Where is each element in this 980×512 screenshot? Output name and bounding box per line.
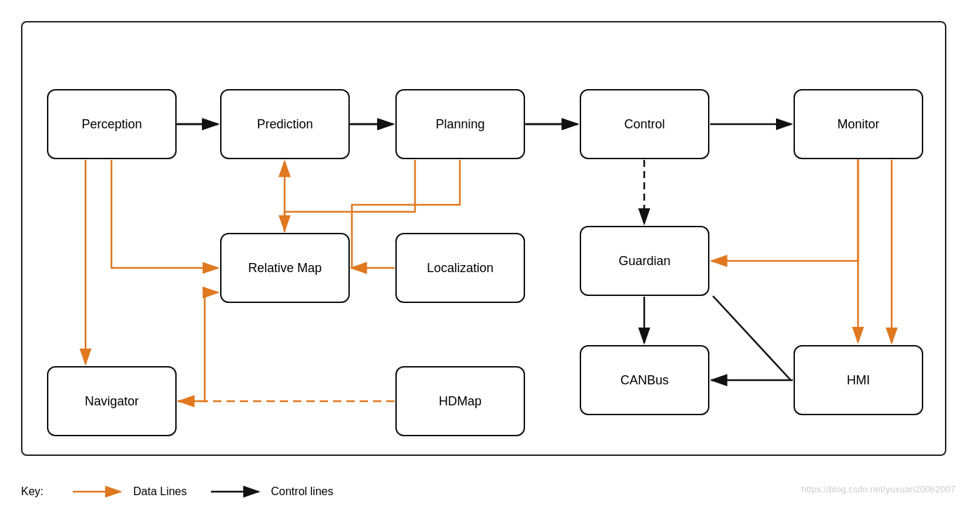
hdmap-node: HDMap: [395, 366, 525, 436]
watermark: https://blog.csdn.net/yuxuan20062007: [801, 484, 955, 494]
hdmap-label: HDMap: [439, 394, 482, 409]
key-area: Key: Data Lines Control lines: [21, 484, 333, 499]
data-lines-arrow: [70, 484, 126, 499]
control-lines-arrow: [208, 484, 264, 499]
control-lines-key: Control lines: [208, 484, 334, 499]
prediction-node: Prediction: [220, 89, 350, 159]
data-lines-key: Data Lines: [70, 484, 187, 499]
localization-label: Localization: [427, 261, 494, 276]
control-label: Control: [624, 117, 665, 132]
localization-node: Localization: [395, 233, 525, 303]
hmi-node: HMI: [794, 345, 923, 415]
key-label: Key:: [21, 485, 43, 498]
canbus-label: CANBus: [620, 373, 669, 388]
relative-map-label: Relative Map: [248, 261, 322, 276]
canbus-node: CANBus: [580, 345, 709, 415]
prediction-label: Prediction: [257, 117, 313, 132]
perception-label: Perception: [81, 117, 142, 132]
monitor-label: Monitor: [837, 117, 879, 132]
navigator-label: Navigator: [85, 394, 139, 409]
perception-node: Perception: [47, 89, 177, 159]
svg-line-9: [713, 296, 791, 380]
data-lines-label: Data Lines: [133, 485, 187, 498]
planning-node: Planning: [395, 89, 525, 159]
control-lines-label: Control lines: [271, 485, 334, 498]
guardian-node: Guardian: [580, 226, 709, 296]
guardian-label: Guardian: [618, 254, 670, 269]
monitor-node: Monitor: [794, 89, 923, 159]
planning-label: Planning: [435, 117, 484, 132]
navigator-node: Navigator: [47, 366, 177, 436]
control-node: Control: [580, 89, 709, 159]
hmi-label: HMI: [847, 373, 870, 388]
relative-map-node: Relative Map: [220, 233, 350, 303]
diagram-container: Perception Prediction Planning Control M…: [21, 21, 946, 456]
